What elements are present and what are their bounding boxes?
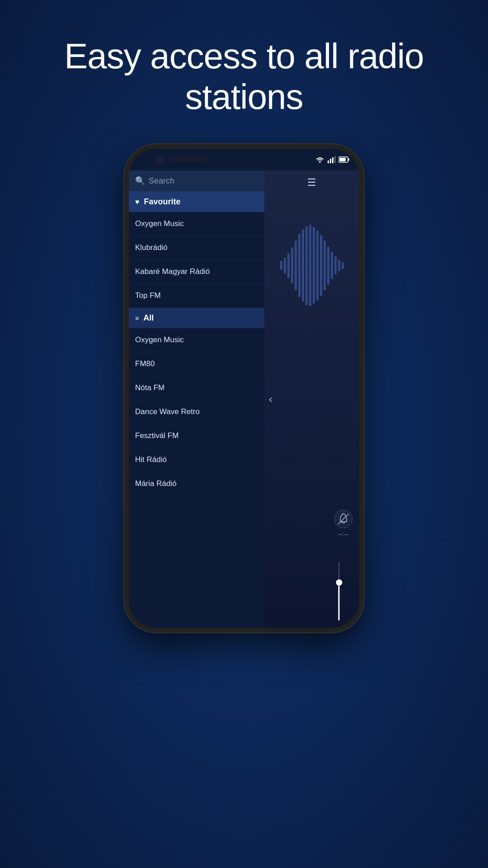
- svg-point-0: [319, 161, 321, 163]
- list-item[interactable]: Mária Rádió: [129, 472, 264, 496]
- list-item[interactable]: Top FM: [129, 284, 264, 308]
- battery-icon: [338, 156, 350, 163]
- item-text: Hit Rádió: [135, 455, 167, 464]
- signal-icon: [328, 156, 336, 163]
- list-item[interactable]: Fesztivál FM: [129, 424, 264, 448]
- list-item[interactable]: Klubrádió: [129, 236, 264, 260]
- volume-slider[interactable]: [338, 562, 340, 621]
- list-item[interactable]: Dance Wave Retro: [129, 400, 264, 424]
- timer-display: --:--: [338, 531, 349, 538]
- search-placeholder: Search: [149, 176, 174, 186]
- phone-mockup: 🔍 Search ♥ Favourite Oxygen Music Klubrá…: [124, 144, 364, 632]
- list-item[interactable]: Nóta FM: [129, 376, 264, 400]
- search-icon: 🔍: [135, 176, 145, 186]
- list-item[interactable]: Hit Rádió: [129, 448, 264, 472]
- list-item[interactable]: Kabaré Magyar Rádió: [129, 260, 264, 284]
- right-panel: ☰: [264, 170, 359, 628]
- list-item[interactable]: Oxygen Music: [129, 328, 264, 352]
- all-label: All: [143, 313, 154, 323]
- phone-screen: 🔍 Search ♥ Favourite Oxygen Music Klubrá…: [129, 170, 359, 628]
- list-item[interactable]: FM80: [129, 352, 264, 376]
- page-headline: Easy access to all radio stations: [37, 36, 450, 117]
- item-text: Fesztivál FM: [135, 431, 178, 440]
- waveform-bars: [264, 198, 359, 333]
- menu-icon[interactable]: ☰: [307, 177, 316, 189]
- item-text: Nóta FM: [135, 383, 164, 392]
- item-text: Mária Rádió: [135, 479, 177, 488]
- headline-line2: stations: [185, 77, 303, 117]
- phone-frame: 🔍 Search ♥ Favourite Oxygen Music Klubrá…: [124, 144, 364, 632]
- svg-rect-4: [334, 156, 336, 163]
- list-item[interactable]: Oxygen Music: [129, 212, 264, 236]
- item-text: Klubrádió: [135, 243, 168, 252]
- list-icon: ≡: [135, 315, 139, 322]
- status-bar: [129, 149, 359, 170]
- svg-rect-2: [330, 159, 331, 163]
- chevron-back-button[interactable]: ‹: [269, 393, 272, 406]
- sleep-timer-area: --:--: [334, 509, 353, 538]
- camera: [156, 156, 163, 163]
- search-bar[interactable]: 🔍 Search: [129, 170, 264, 192]
- item-text: FM80: [135, 359, 155, 368]
- item-text: Oxygen Music: [135, 219, 184, 228]
- item-text: Oxygen Music: [135, 335, 184, 344]
- svg-rect-6: [348, 159, 349, 161]
- item-text: Dance Wave Retro: [135, 407, 200, 416]
- speaker: [168, 158, 208, 161]
- headline-line1: Easy access to all radio: [64, 36, 423, 76]
- left-panel: 🔍 Search ♥ Favourite Oxygen Music Klubrá…: [129, 170, 264, 628]
- sleep-timer-icon[interactable]: [334, 509, 353, 528]
- favourite-label: Favourite: [144, 197, 181, 207]
- wifi-icon: [315, 156, 325, 163]
- status-icons: [315, 156, 350, 163]
- item-text: Kabaré Magyar Rádió: [135, 267, 210, 276]
- chevron-left-icon: ‹: [269, 393, 272, 405]
- item-text: Top FM: [135, 291, 161, 300]
- heart-icon: ♥: [135, 198, 140, 206]
- svg-rect-7: [339, 158, 346, 161]
- all-section-header[interactable]: ≡ All: [129, 308, 264, 328]
- svg-rect-1: [328, 160, 329, 163]
- svg-rect-3: [332, 157, 333, 163]
- favourite-section-header[interactable]: ♥ Favourite: [129, 192, 264, 212]
- waveform-visualization: [264, 198, 359, 333]
